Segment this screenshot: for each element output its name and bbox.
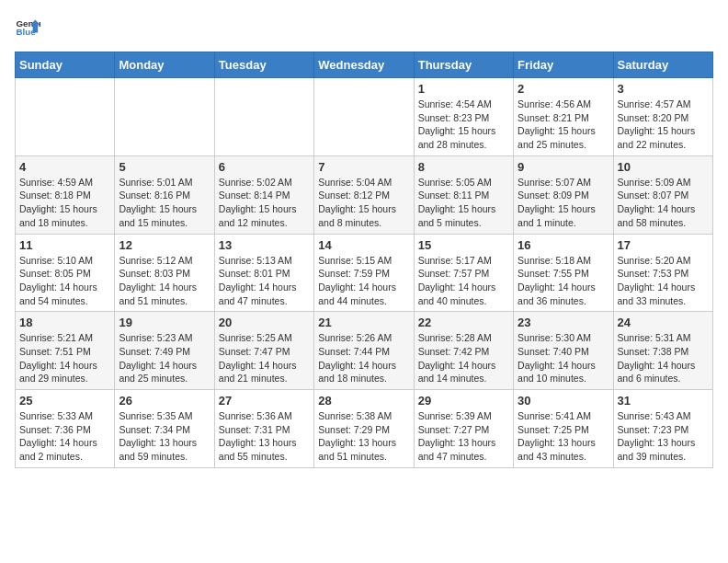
day-info: Sunrise: 5:35 AM Sunset: 7:34 PM Dayligh… (119, 409, 210, 464)
day-info: Sunrise: 5:21 AM Sunset: 7:51 PM Dayligh… (19, 331, 110, 385)
calendar-cell: 11Sunrise: 5:10 AM Sunset: 8:05 PM Dayli… (16, 234, 115, 312)
day-info: Sunrise: 5:07 AM Sunset: 8:09 PM Dayligh… (518, 176, 609, 230)
calendar-header: SundayMondayTuesdayWednesdayThursdayFrid… (16, 52, 713, 78)
day-info: Sunrise: 5:17 AM Sunset: 7:57 PM Dayligh… (418, 254, 509, 308)
day-number: 19 (119, 316, 210, 329)
calendar-cell (16, 78, 115, 156)
calendar-cell: 27Sunrise: 5:36 AM Sunset: 7:31 PM Dayli… (214, 390, 313, 468)
calendar-cell: 15Sunrise: 5:17 AM Sunset: 7:57 PM Dayli… (414, 234, 513, 312)
day-number: 10 (618, 160, 709, 174)
week-row-5: 25Sunrise: 5:33 AM Sunset: 7:36 PM Dayli… (16, 390, 713, 468)
day-number: 12 (119, 238, 210, 252)
day-info: Sunrise: 5:12 AM Sunset: 8:03 PM Dayligh… (119, 254, 210, 308)
logo: General Blue (15, 15, 44, 40)
day-info: Sunrise: 5:01 AM Sunset: 8:16 PM Dayligh… (119, 176, 210, 230)
logo-icon: General Blue (15, 15, 40, 40)
day-info: Sunrise: 5:04 AM Sunset: 8:12 PM Dayligh… (318, 176, 409, 230)
calendar-cell: 7Sunrise: 5:04 AM Sunset: 8:12 PM Daylig… (314, 155, 414, 234)
calendar-cell: 21Sunrise: 5:26 AM Sunset: 7:44 PM Dayli… (314, 312, 414, 390)
calendar-cell: 4Sunrise: 4:59 AM Sunset: 8:18 PM Daylig… (16, 155, 115, 234)
header: General Blue (15, 15, 713, 40)
calendar-cell: 10Sunrise: 5:09 AM Sunset: 8:07 PM Dayli… (613, 155, 712, 234)
calendar-cell: 12Sunrise: 5:12 AM Sunset: 8:03 PM Dayli… (115, 234, 214, 312)
day-info: Sunrise: 5:43 AM Sunset: 7:23 PM Dayligh… (618, 409, 709, 464)
day-number: 15 (418, 238, 509, 252)
calendar-cell: 30Sunrise: 5:41 AM Sunset: 7:25 PM Dayli… (514, 390, 613, 468)
day-number: 9 (518, 160, 609, 174)
day-number: 31 (618, 394, 709, 408)
day-number: 5 (119, 160, 210, 174)
week-row-2: 4Sunrise: 4:59 AM Sunset: 8:18 PM Daylig… (16, 155, 713, 234)
day-info: Sunrise: 5:23 AM Sunset: 7:49 PM Dayligh… (119, 331, 210, 385)
day-info: Sunrise: 5:10 AM Sunset: 8:05 PM Dayligh… (19, 254, 110, 308)
day-header-friday: Friday (514, 52, 613, 78)
calendar-cell: 29Sunrise: 5:39 AM Sunset: 7:27 PM Dayli… (414, 390, 513, 468)
calendar-cell (314, 78, 414, 156)
day-info: Sunrise: 5:05 AM Sunset: 8:11 PM Dayligh… (418, 176, 509, 230)
day-info: Sunrise: 5:09 AM Sunset: 8:07 PM Dayligh… (618, 176, 709, 230)
day-info: Sunrise: 5:31 AM Sunset: 7:38 PM Dayligh… (618, 331, 709, 385)
day-info: Sunrise: 5:20 AM Sunset: 7:53 PM Dayligh… (618, 254, 709, 308)
day-info: Sunrise: 5:13 AM Sunset: 8:01 PM Dayligh… (219, 254, 310, 308)
day-info: Sunrise: 5:30 AM Sunset: 7:40 PM Dayligh… (518, 331, 609, 385)
day-header-sunday: Sunday (16, 52, 115, 78)
day-number: 29 (418, 394, 509, 408)
calendar-cell: 20Sunrise: 5:25 AM Sunset: 7:47 PM Dayli… (214, 312, 313, 390)
day-number: 30 (518, 394, 609, 408)
day-number: 3 (618, 82, 709, 96)
calendar-body: 1Sunrise: 4:54 AM Sunset: 8:23 PM Daylig… (16, 78, 713, 468)
calendar-cell (214, 78, 313, 156)
day-header-wednesday: Wednesday (314, 52, 414, 78)
day-number: 22 (418, 316, 509, 329)
week-row-4: 18Sunrise: 5:21 AM Sunset: 7:51 PM Dayli… (16, 312, 713, 390)
calendar-cell: 25Sunrise: 5:33 AM Sunset: 7:36 PM Dayli… (16, 390, 115, 468)
day-header-tuesday: Tuesday (214, 52, 313, 78)
day-number: 8 (418, 160, 509, 174)
day-info: Sunrise: 5:25 AM Sunset: 7:47 PM Dayligh… (219, 331, 310, 385)
day-number: 2 (518, 82, 609, 96)
day-number: 26 (119, 394, 210, 408)
day-info: Sunrise: 5:39 AM Sunset: 7:27 PM Dayligh… (418, 409, 509, 464)
day-info: Sunrise: 4:57 AM Sunset: 8:20 PM Dayligh… (618, 98, 709, 152)
day-number: 18 (19, 316, 110, 329)
calendar-cell (115, 78, 214, 156)
day-number: 27 (219, 394, 310, 408)
day-number: 23 (518, 316, 609, 329)
day-number: 14 (318, 238, 409, 252)
calendar-table: SundayMondayTuesdayWednesdayThursdayFrid… (15, 52, 713, 468)
week-row-1: 1Sunrise: 4:54 AM Sunset: 8:23 PM Daylig… (16, 78, 713, 156)
day-header-thursday: Thursday (414, 52, 513, 78)
calendar-cell: 23Sunrise: 5:30 AM Sunset: 7:40 PM Dayli… (514, 312, 613, 390)
calendar-cell: 31Sunrise: 5:43 AM Sunset: 7:23 PM Dayli… (613, 390, 712, 468)
day-info: Sunrise: 5:41 AM Sunset: 7:25 PM Dayligh… (518, 409, 609, 464)
calendar-cell: 28Sunrise: 5:38 AM Sunset: 7:29 PM Dayli… (314, 390, 414, 468)
calendar-cell: 3Sunrise: 4:57 AM Sunset: 8:20 PM Daylig… (613, 78, 712, 156)
day-number: 17 (618, 238, 709, 252)
day-number: 24 (618, 316, 709, 329)
day-number: 4 (19, 160, 110, 174)
calendar-cell: 2Sunrise: 4:56 AM Sunset: 8:21 PM Daylig… (514, 78, 613, 156)
calendar-cell: 24Sunrise: 5:31 AM Sunset: 7:38 PM Dayli… (613, 312, 712, 390)
day-number: 7 (318, 160, 409, 174)
calendar-cell: 22Sunrise: 5:28 AM Sunset: 7:42 PM Dayli… (414, 312, 513, 390)
calendar-cell: 5Sunrise: 5:01 AM Sunset: 8:16 PM Daylig… (115, 155, 214, 234)
day-info: Sunrise: 5:38 AM Sunset: 7:29 PM Dayligh… (318, 409, 409, 464)
calendar-cell: 9Sunrise: 5:07 AM Sunset: 8:09 PM Daylig… (514, 155, 613, 234)
calendar-cell: 26Sunrise: 5:35 AM Sunset: 7:34 PM Dayli… (115, 390, 214, 468)
day-header-saturday: Saturday (613, 52, 712, 78)
calendar-cell: 6Sunrise: 5:02 AM Sunset: 8:14 PM Daylig… (214, 155, 313, 234)
calendar-cell: 14Sunrise: 5:15 AM Sunset: 7:59 PM Dayli… (314, 234, 414, 312)
day-number: 6 (219, 160, 310, 174)
day-number: 25 (19, 394, 110, 408)
day-info: Sunrise: 5:18 AM Sunset: 7:55 PM Dayligh… (518, 254, 609, 308)
calendar-cell: 16Sunrise: 5:18 AM Sunset: 7:55 PM Dayli… (514, 234, 613, 312)
day-info: Sunrise: 5:28 AM Sunset: 7:42 PM Dayligh… (418, 331, 509, 385)
calendar-cell: 1Sunrise: 4:54 AM Sunset: 8:23 PM Daylig… (414, 78, 513, 156)
calendar-cell: 17Sunrise: 5:20 AM Sunset: 7:53 PM Dayli… (613, 234, 712, 312)
day-info: Sunrise: 4:59 AM Sunset: 8:18 PM Dayligh… (19, 176, 110, 230)
calendar-cell: 13Sunrise: 5:13 AM Sunset: 8:01 PM Dayli… (214, 234, 313, 312)
day-info: Sunrise: 4:54 AM Sunset: 8:23 PM Dayligh… (418, 98, 509, 152)
day-number: 11 (19, 238, 110, 252)
calendar-cell: 19Sunrise: 5:23 AM Sunset: 7:49 PM Dayli… (115, 312, 214, 390)
day-number: 28 (318, 394, 409, 408)
